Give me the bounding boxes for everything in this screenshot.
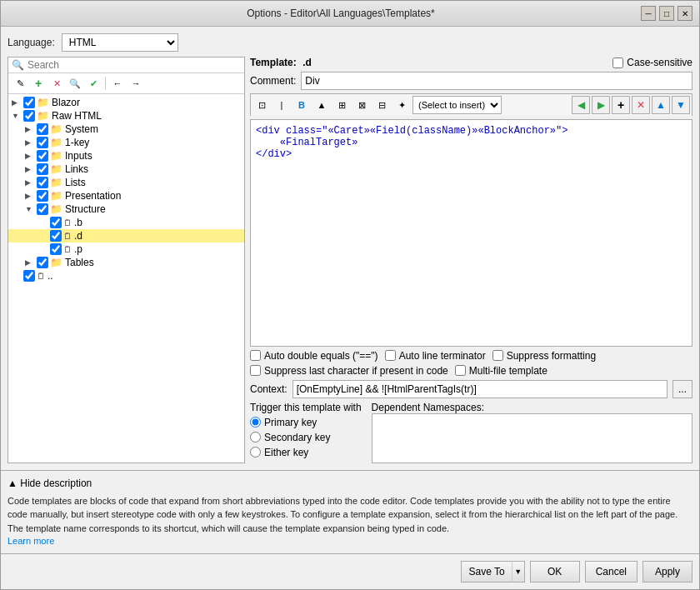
chevron-right-icon: ▶: [25, 165, 37, 173]
tables-checkbox[interactable]: [37, 257, 48, 268]
blazor-checkbox[interactable]: [23, 97, 35, 108]
toolbar-btn-5[interactable]: ⊞: [332, 96, 351, 114]
tree-item-d[interactable]: 🗒 .d: [8, 229, 244, 242]
primary-key-radio[interactable]: [250, 417, 261, 428]
chevron-down-icon: ▼: [12, 112, 23, 120]
comment-label: Comment:: [250, 75, 296, 87]
context-browse-button[interactable]: ...: [672, 380, 692, 398]
maximize-button[interactable]: □: [659, 6, 674, 21]
nav-down-button[interactable]: ▼: [672, 96, 690, 114]
tree-item-raw-html[interactable]: ▼ 📁 Raw HTML: [8, 109, 244, 122]
tree-item-system[interactable]: ▶ 📁 System: [8, 122, 244, 136]
language-row: Language: HTML CSS JavaScript: [8, 33, 692, 52]
auto-line-terminator-checkbox[interactable]: [385, 350, 396, 361]
dotdot-checkbox[interactable]: [23, 270, 35, 282]
footer: Save To ▼ OK Cancel Apply: [1, 553, 699, 589]
suppress-formatting-checkbox[interactable]: [492, 350, 503, 361]
nav-delete-button[interactable]: ✕: [632, 96, 650, 114]
edit-button[interactable]: ✎: [12, 75, 28, 92]
inputs-checkbox[interactable]: [37, 150, 48, 162]
toolbar-btn-3[interactable]: B: [292, 96, 311, 114]
delete-button[interactable]: ✕: [48, 75, 65, 92]
ok-button[interactable]: OK: [530, 561, 580, 582]
hide-description-toggle[interactable]: ▲ Hide description: [8, 478, 92, 489]
tree-item-links[interactable]: ▶ 📁 Links: [8, 162, 244, 176]
case-sensitive-checkbox[interactable]: [612, 58, 623, 68]
auto-line-terminator-option[interactable]: Auto line terminator: [385, 350, 486, 362]
links-checkbox[interactable]: [37, 163, 48, 175]
raw-html-checkbox[interactable]: [23, 110, 35, 122]
presentation-checkbox[interactable]: [37, 190, 48, 202]
toolbar-btn-2[interactable]: |: [272, 96, 291, 114]
multi-file-template-checkbox[interactable]: [455, 365, 466, 376]
chevron-down-icon: ▼: [25, 205, 37, 213]
nav-prev-green-button[interactable]: ◀: [572, 96, 590, 114]
suppress-formatting-option[interactable]: Suppress formatting: [492, 350, 596, 362]
find-button[interactable]: 🔍: [67, 75, 83, 92]
apply-button[interactable]: Apply: [642, 561, 692, 582]
cancel-button[interactable]: Cancel: [585, 561, 638, 582]
save-to-main-button[interactable]: Save To: [461, 561, 511, 582]
structure-checkbox[interactable]: [37, 203, 48, 215]
language-select[interactable]: HTML CSS JavaScript: [62, 33, 178, 52]
context-input[interactable]: [292, 380, 668, 398]
nav-add-button[interactable]: +: [612, 96, 630, 114]
code-editor[interactable]: <div class="«Caret»«Field(className)»«Bl…: [250, 119, 692, 347]
lists-checkbox[interactable]: [37, 177, 48, 188]
toolbar-btn-4[interactable]: ▲: [312, 96, 331, 114]
multi-file-template-option[interactable]: Multi-file template: [455, 365, 548, 377]
tree-item-b[interactable]: 🗒 .b: [8, 216, 244, 229]
close-button[interactable]: ✕: [678, 6, 692, 21]
p-template-checkbox[interactable]: [50, 243, 62, 255]
tree-item-dotdot[interactable]: 🗒 ..: [8, 269, 244, 282]
insert-select[interactable]: (Select to insert) Caret Field BlockAnch…: [412, 96, 502, 114]
tree-item-1key[interactable]: ▶ 📁 1-key: [8, 136, 244, 149]
secondary-key-option[interactable]: Secondary key: [250, 432, 362, 443]
folder-icon: 📁: [50, 123, 62, 135]
language-label: Language:: [8, 37, 55, 48]
either-key-radio[interactable]: [250, 447, 261, 458]
toolbar-btn-8[interactable]: ✦: [392, 96, 411, 114]
either-key-option[interactable]: Either key: [250, 447, 362, 458]
template-icon: 🗒: [63, 245, 72, 254]
minimize-button[interactable]: ─: [641, 6, 656, 21]
auto-double-equals-checkbox[interactable]: [250, 350, 261, 361]
dependent-ns-box[interactable]: [372, 413, 692, 463]
toolbar-btn-1[interactable]: ⊡: [252, 96, 271, 114]
comment-input[interactable]: [301, 72, 692, 90]
tree-item-structure[interactable]: ▼ 📁 Structure: [8, 202, 244, 216]
template-icon: 🗒: [63, 218, 72, 228]
primary-key-option[interactable]: Primary key: [250, 417, 362, 428]
secondary-key-radio[interactable]: [250, 432, 261, 442]
b-template-checkbox[interactable]: [50, 217, 62, 228]
toolbar-btn-6[interactable]: ⊠: [352, 96, 371, 114]
tree-item-blazor[interactable]: ▶ 📁 Blazor: [8, 96, 244, 109]
description-header[interactable]: ▲ Hide description: [8, 478, 692, 489]
tree-item-presentation[interactable]: ▶ 📁 Presentation: [8, 189, 244, 202]
learn-more-link[interactable]: Learn more: [8, 536, 54, 546]
auto-double-equals-option[interactable]: Auto double equals ("=="): [250, 350, 378, 362]
folder-icon: 📁: [50, 163, 62, 175]
arrow-right-button[interactable]: →: [128, 75, 144, 92]
add-button[interactable]: +: [30, 75, 47, 92]
tree-item-inputs[interactable]: ▶ 📁 Inputs: [8, 149, 244, 162]
suppress-last-char-checkbox[interactable]: [250, 365, 261, 376]
tree-item-tables[interactable]: ▶ 📁 Tables: [8, 256, 244, 269]
tree-item-lists[interactable]: ▶ 📁 Lists: [8, 176, 244, 189]
title-bar: Options - Editor\All Languages\Templates…: [1, 1, 699, 27]
nav-next-green-button[interactable]: ▶: [592, 96, 610, 114]
template-header: Template: .d Case-sensitive: [250, 57, 692, 68]
suppress-last-char-option[interactable]: Suppress last character if present in co…: [250, 365, 448, 377]
check-button[interactable]: ✔: [85, 75, 102, 92]
suppress-formatting-label: Suppress formatting: [507, 350, 596, 362]
system-checkbox[interactable]: [37, 123, 48, 135]
nav-up-button[interactable]: ▲: [652, 96, 670, 114]
d-template-checkbox[interactable]: [50, 230, 62, 242]
tree-item-p[interactable]: 🗒 .p: [8, 242, 244, 256]
1key-checkbox[interactable]: [37, 137, 48, 148]
save-to-btn: Save To ▼: [461, 561, 524, 582]
toolbar-btn-7[interactable]: ⊟: [372, 96, 391, 114]
save-to-dropdown-button[interactable]: ▼: [512, 561, 525, 582]
search-input[interactable]: [28, 59, 241, 71]
arrow-left-button[interactable]: ←: [109, 75, 126, 92]
